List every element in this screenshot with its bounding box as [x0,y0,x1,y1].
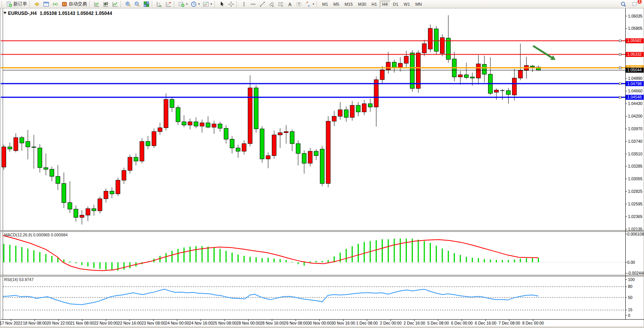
market-watch-button[interactable] [32,0,42,8]
auto-scroll-button[interactable] [155,0,164,8]
svg-text:F: F [282,5,283,7]
candles [2,15,541,225]
svg-text:0.006108: 0.006108 [627,232,644,236]
autotrading-button-label: 自动交易 [69,1,87,7]
svg-text:1.05332: 1.05332 [627,52,642,57]
svg-text:22 Nov 00:00: 22 Nov 00:00 [94,321,118,325]
svg-text:6 Dec 16:00: 6 Dec 16:00 [475,321,496,325]
svg-text:30 Nov 16:00: 30 Nov 16:00 [331,321,355,325]
svg-text:1.02825: 1.02825 [628,189,642,194]
vertical-line-tool-button[interactable] [239,0,249,8]
svg-text:25 Nov 08:00: 25 Nov 08:00 [213,321,237,325]
notification-count-badge: 1 [637,0,642,4]
one-click-trading-toggle[interactable] [3,12,6,14]
svg-text:1.04798: 1.04798 [627,81,642,86]
svg-text:T: T [298,2,300,6]
svg-text:2 Dec 16:00: 2 Dec 16:00 [404,321,426,325]
svg-text:E: E [272,5,274,7]
timeframe-d1-button[interactable]: D1 [390,1,401,8]
svg-text:21 Nov 08:00: 21 Nov 08:00 [70,321,94,325]
toolbar-grip [2,1,3,7]
new-chart-button-dropdown-caret[interactable]: ▾ [186,2,188,6]
arrows-tool-button-dropdown-caret[interactable]: ▾ [313,2,314,6]
timeframe-h4-button[interactable]: H4 [380,1,390,8]
zoom-in-button[interactable] [124,0,133,8]
zoom-out-button[interactable] [133,0,142,8]
svg-text:80: 80 [628,284,633,289]
macd-panel [3,236,625,271]
svg-text:5 Dec 08:00: 5 Dec 08:00 [427,321,449,325]
time-axis: 17 Nov 202218 Nov 08:0020 Nov 22:0021 No… [0,319,644,325]
trend-arrow-object[interactable] [533,46,556,60]
navigator-button[interactable] [51,0,60,8]
svg-text:8 Dec 00:00: 8 Dec 00:00 [522,321,544,325]
svg-text:1.04890: 1.04890 [628,76,642,81]
panel-separators[interactable] [0,231,644,276]
svg-text:1.03970: 1.03970 [628,126,642,131]
arrows-tool-button[interactable]: ▾ [304,0,316,8]
bar-chart-button[interactable] [92,0,101,8]
svg-text:24 Nov 00:00: 24 Nov 00:00 [165,321,189,325]
new-order-button-label: 新订单 [13,1,27,7]
horizontal-line-tool-button[interactable] [249,0,258,8]
timeframe-m15-button[interactable]: M15 [342,1,355,8]
new-chart-button[interactable]: ▾ [177,0,189,8]
profiles-button-dropdown-caret[interactable]: ▾ [198,2,200,6]
svg-text:1.04548: 1.04548 [627,95,642,99]
svg-text:18 Nov 08:00: 18 Nov 08:00 [23,321,47,325]
fibonacci-tool-button[interactable]: F [276,0,285,8]
search-button[interactable] [619,0,628,8]
timeframe-m5-button[interactable]: M5 [331,1,342,8]
candlestick-chart-button[interactable] [101,0,111,8]
timeframe-m30-button[interactable]: M30 [355,1,369,8]
trendline-tool-button[interactable] [258,0,267,8]
svg-text:7 Dec 08:00: 7 Dec 08:00 [498,321,520,325]
toolbar-grip [316,1,318,7]
new-order-button[interactable]: 新订单 [5,0,29,8]
svg-text:29 Nov 08:00: 29 Nov 08:00 [284,321,308,325]
chart-shift-button[interactable] [164,0,173,8]
toolbar-grip [152,1,154,7]
svg-text:1.04200: 1.04200 [628,114,642,118]
svg-text:1.03740: 1.03740 [628,139,642,144]
text-tool-button[interactable]: A [285,0,294,8]
chart-template-button-dropdown-caret[interactable]: ▾ [210,2,212,6]
svg-text:1.02595: 1.02595 [628,202,642,206]
svg-text:1.04660: 1.04660 [628,89,642,93]
svg-text:28 Nov 00:00: 28 Nov 00:00 [236,321,260,325]
macd-signal-line [3,236,538,271]
svg-text:1.05582: 1.05582 [627,38,642,43]
cursor-tool-button[interactable] [217,0,226,8]
svg-text:28 Nov 16:00: 28 Nov 16:00 [260,321,284,325]
tile-windows-button[interactable] [142,0,151,8]
svg-text:50: 50 [628,295,633,300]
svg-text:1.02365: 1.02365 [628,214,642,219]
svg-text:1.05805: 1.05805 [628,26,642,31]
chart-template-button[interactable]: ▾ [201,0,214,8]
svg-text:0: 0 [628,313,630,318]
main-toolbar: 新订单自动交易▾▾▾EFAT▾M1M5M15M30H1H4D1W1MN1 [0,0,644,8]
svg-text:1 Dec 08:00: 1 Dec 08:00 [356,321,378,325]
label-tool-button[interactable]: T [294,0,304,8]
svg-text:23 Nov 08:00: 23 Nov 08:00 [141,321,165,325]
notifications-button[interactable]: 1 [630,0,639,8]
timeframe-m1-button[interactable]: M1 [320,1,331,8]
toolbar-grip [89,1,91,7]
timeframe-h1-button[interactable]: H1 [369,1,379,8]
svg-text:15: 15 [628,307,633,312]
timeframe-mn-button[interactable]: MN [413,1,424,8]
data-window-button[interactable] [42,0,51,8]
channel-tool-button[interactable]: E [267,0,276,8]
line-chart-button[interactable] [111,0,120,8]
horizontal-level-lines[interactable] [1,40,625,98]
crosshair-tool-button[interactable] [226,0,236,8]
profiles-button[interactable]: ▾ [189,0,201,8]
svg-text:-0.002448: -0.002448 [627,271,644,275]
svg-text:17 Nov 2022: 17 Nov 2022 [0,321,22,325]
svg-text:1.02135: 1.02135 [628,227,642,231]
autotrading-button[interactable]: 自动交易 [60,0,88,8]
svg-text:A: A [288,2,292,7]
toolbar-grip [120,1,122,7]
timeframe-w1-button[interactable]: W1 [401,1,413,8]
toolbar-grip [214,1,216,7]
